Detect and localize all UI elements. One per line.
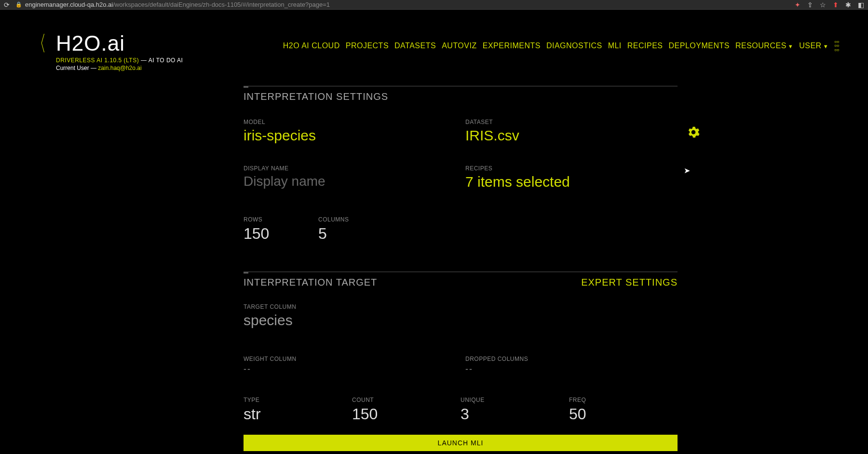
url-path: /workspaces/default/daiEngines/zh-docs-1…	[113, 1, 330, 8]
model-value[interactable]: iris-species	[244, 127, 465, 144]
model-label: MODEL	[244, 119, 465, 125]
dataset-value[interactable]: IRIS.csv	[465, 127, 687, 144]
unique-value: 3	[461, 405, 569, 423]
logo-block: H2O.ai DRIVERLESS AI 1.10.5 (LTS) — AI T…	[56, 33, 183, 71]
target-column-field[interactable]: TARGET COLUMN species	[244, 303, 678, 329]
share-icon[interactable]: ⇪	[807, 1, 813, 9]
user-label: Current User —	[56, 65, 98, 71]
panel-icon[interactable]: ◧	[858, 1, 864, 9]
bookmark-icon[interactable]: ✦	[795, 1, 800, 9]
display-name-label: DISPLAY NAME	[244, 165, 465, 172]
browser-address-bar: ⟳ 🔒 enginemanager.cloud-qa.h2o.ai/worksp…	[0, 0, 868, 10]
chevron-down-icon: ▼	[823, 43, 828, 49]
logo-subtitle: DRIVERLESS AI 1.10.5 (LTS) — AI TO DO AI	[56, 57, 183, 64]
freq-label: FREQ	[569, 397, 678, 403]
nav-h2o-cloud[interactable]: H2O AI CLOUD	[283, 41, 340, 50]
dropped-columns-label: DROPPED COLUMNS	[465, 356, 678, 362]
nav-user[interactable]: USER▼	[799, 41, 828, 50]
target-column-value[interactable]: species	[244, 312, 678, 329]
dataset-field[interactable]: DATASET IRIS.csv	[465, 119, 687, 144]
lock-icon: 🔒	[15, 1, 22, 8]
count-field: COUNT 150	[352, 397, 461, 423]
nav-datasets[interactable]: DATASETS	[394, 41, 436, 50]
nav-user-label: USER	[799, 41, 821, 50]
section-divider	[244, 86, 678, 86]
target-section-header: INTERPRETATION TARGET EXPERT SETTINGS	[244, 277, 678, 288]
weight-column-value[interactable]: --	[244, 364, 465, 374]
rows-field: ROWS 150	[244, 216, 318, 243]
nav-experiments[interactable]: EXPERIMENTS	[483, 41, 541, 50]
main-content: INTERPRETATION SETTINGS MODEL iris-speci…	[244, 86, 678, 451]
target-column-label: TARGET COLUMN	[244, 303, 678, 310]
rows-value: 150	[244, 225, 318, 243]
nav-autoviz[interactable]: AUTOVIZ	[442, 41, 477, 50]
count-label: COUNT	[352, 397, 461, 403]
weight-column-field[interactable]: WEIGHT COLUMN --	[244, 356, 465, 374]
display-name-input[interactable]	[244, 174, 465, 189]
nav-mli[interactable]: MLI	[608, 41, 622, 50]
back-chevron-icon[interactable]: 〈	[33, 33, 46, 54]
recipes-label: RECIPES	[465, 165, 678, 172]
browser-extension-icons: ✦ ⇪ ☆ ⬆ ✱ ◧	[795, 1, 864, 9]
chevron-down-icon: ▼	[788, 43, 793, 49]
logo-text[interactable]: H2O.ai	[56, 33, 183, 54]
count-value: 150	[352, 405, 461, 423]
apps-grid-icon[interactable]: ▫▫▫▫▫▫	[834, 40, 839, 52]
nav-deployments[interactable]: DEPLOYMENTS	[669, 41, 730, 50]
nav-recipes[interactable]: RECIPES	[627, 41, 663, 50]
version-text: DRIVERLESS AI 1.10.5 (LTS)	[56, 57, 139, 64]
type-label: TYPE	[244, 397, 352, 403]
nav-projects[interactable]: PROJECTS	[346, 41, 389, 50]
dropped-columns-value[interactable]: --	[465, 364, 678, 374]
dataset-label: DATASET	[465, 119, 687, 125]
recipes-value[interactable]: 7 items selected	[465, 174, 678, 190]
browser-url[interactable]: enginemanager.cloud-qa.h2o.ai/workspaces…	[25, 1, 795, 8]
unique-label: UNIQUE	[461, 397, 569, 403]
type-value: str	[244, 405, 352, 423]
target-title: INTERPRETATION TARGET	[244, 277, 377, 288]
app-header: 〈 H2O.ai DRIVERLESS AI 1.10.5 (LTS) — AI…	[0, 10, 868, 76]
dropped-columns-field[interactable]: DROPPED COLUMNS --	[465, 356, 678, 374]
freq-value: 50	[569, 405, 678, 423]
weight-column-label: WEIGHT COLUMN	[244, 356, 465, 362]
current-user-line: Current User — zain.haq@h2o.ai	[56, 65, 183, 71]
freq-field: FREQ 50	[569, 397, 678, 423]
nav-resources-label: RESOURCES	[735, 41, 787, 50]
launch-mli-button[interactable]: LAUNCH MLI	[244, 435, 678, 451]
extensions-icon[interactable]: ✱	[845, 1, 851, 9]
unique-field: UNIQUE 3	[461, 397, 569, 423]
settings-title: INTERPRETATION SETTINGS	[244, 91, 388, 102]
url-host: enginemanager.cloud-qa.h2o.ai	[25, 1, 113, 8]
gear-icon[interactable]	[687, 126, 700, 144]
main-nav: H2O AI CLOUD PROJECTS DATASETS AUTOVIZ E…	[283, 33, 839, 52]
reload-icon[interactable]: ⟳	[4, 1, 10, 9]
display-name-field[interactable]: DISPLAY NAME	[244, 165, 465, 190]
expert-settings-link[interactable]: EXPERT SETTINGS	[581, 277, 678, 288]
user-email[interactable]: zain.haq@h2o.ai	[98, 65, 141, 71]
mouse-cursor-icon: ➤	[684, 166, 690, 175]
extension-icon-1[interactable]: ⬆	[833, 1, 839, 9]
model-field[interactable]: MODEL iris-species	[244, 119, 465, 144]
recipes-field[interactable]: RECIPES 7 items selected	[465, 165, 678, 190]
tagline-text: — AI TO DO AI	[139, 57, 183, 64]
nav-resources[interactable]: RESOURCES▼	[735, 41, 793, 50]
rows-label: ROWS	[244, 216, 318, 223]
section-divider	[244, 272, 678, 272]
star-icon[interactable]: ☆	[820, 1, 826, 9]
columns-label: COLUMNS	[318, 216, 393, 223]
nav-diagnostics[interactable]: DIAGNOSTICS	[546, 41, 602, 50]
settings-section-header: INTERPRETATION SETTINGS	[244, 91, 678, 102]
type-field: TYPE str	[244, 397, 352, 423]
columns-value: 5	[318, 225, 393, 243]
columns-field: COLUMNS 5	[318, 216, 393, 243]
